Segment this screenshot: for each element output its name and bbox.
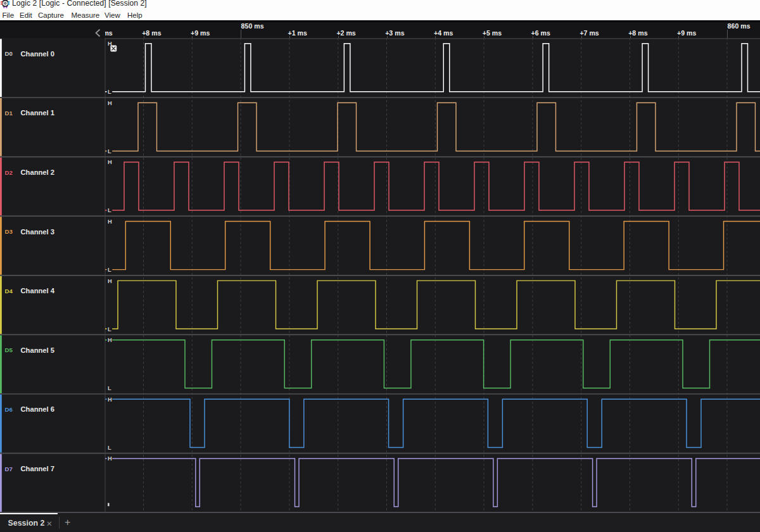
svg-text:L: L (108, 89, 111, 95)
svg-text:L: L (108, 207, 111, 213)
svg-text:Channel 1: Channel 1 (21, 109, 54, 117)
svg-text:H: H (108, 455, 112, 462)
svg-text:H: H (108, 159, 112, 165)
svg-text:D5: D5 (5, 346, 13, 353)
svg-text:H: H (108, 337, 112, 343)
svg-text:D4: D4 (5, 288, 13, 294)
svg-text:D2: D2 (5, 169, 13, 176)
svg-text:D0: D0 (5, 50, 13, 57)
svg-text:D6: D6 (5, 406, 13, 413)
svg-text:Channel 3: Channel 3 (21, 228, 54, 236)
svg-text:H: H (108, 218, 112, 225)
svg-text:L: L (108, 326, 111, 332)
svg-text:L: L (108, 267, 111, 273)
svg-text:L: L (108, 445, 111, 451)
svg-text:D1: D1 (5, 110, 13, 117)
svg-text:H: H (108, 396, 112, 403)
svg-text:Channel 0: Channel 0 (21, 50, 54, 58)
svg-text:Channel 7: Channel 7 (21, 465, 54, 472)
svg-text:Channel 5: Channel 5 (21, 346, 54, 354)
svg-text:Channel 6: Channel 6 (21, 405, 54, 413)
svg-text:H: H (108, 278, 112, 284)
svg-text:Channel 2: Channel 2 (21, 168, 54, 176)
svg-text:D3: D3 (5, 228, 13, 235)
svg-text:D7: D7 (5, 466, 13, 472)
svg-text:H: H (108, 100, 112, 106)
svg-text:Channel 4: Channel 4 (21, 287, 55, 294)
svg-text:L: L (108, 385, 111, 391)
svg-text:L: L (108, 148, 111, 155)
